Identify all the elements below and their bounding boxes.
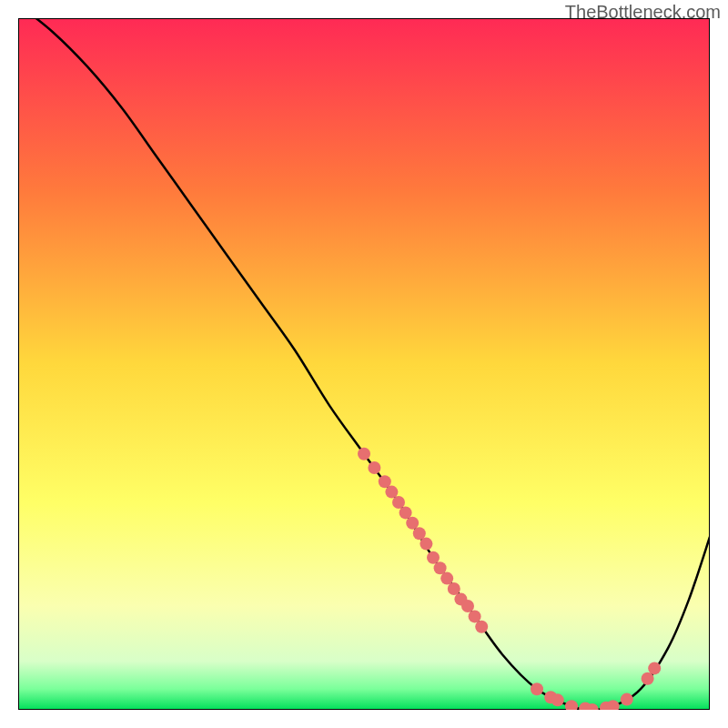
data-point: [448, 582, 460, 595]
data-point: [379, 475, 391, 488]
data-point: [642, 672, 654, 685]
data-point: [413, 527, 426, 540]
data-point: [368, 461, 380, 474]
data-point: [461, 600, 474, 612]
data-point: [648, 662, 661, 674]
data-point: [531, 682, 543, 695]
data-point: [358, 448, 370, 460]
data-point: [420, 538, 432, 551]
bottleneck-chart: [18, 18, 710, 710]
gradient-background: [18, 18, 710, 710]
data-point: [551, 693, 564, 706]
data-point: [621, 693, 633, 706]
data-point: [475, 621, 488, 633]
data-point: [469, 610, 481, 622]
data-point: [427, 551, 440, 564]
data-point: [440, 572, 453, 585]
watermark-text: TheBottleneck.com: [565, 2, 721, 23]
data-point: [399, 506, 412, 519]
data-point: [406, 517, 419, 530]
data-point: [434, 561, 447, 574]
data-point: [385, 486, 398, 499]
chart-container: [18, 18, 710, 710]
data-point: [392, 496, 405, 509]
